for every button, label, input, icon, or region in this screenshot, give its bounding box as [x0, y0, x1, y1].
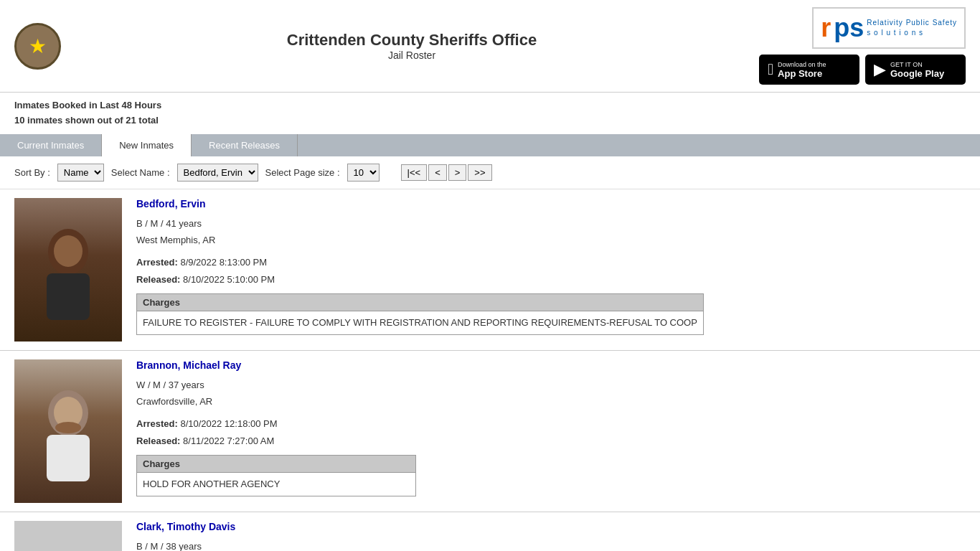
summary-line2: 10 inmates shown out of 21 total	[14, 113, 966, 128]
badge-star-icon: ★	[29, 34, 47, 58]
svg-rect-4	[47, 435, 90, 481]
table-row: Brannon, Michael Ray W / M / 37 years Cr…	[0, 351, 980, 512]
released-label-1: Released:	[136, 274, 180, 285]
inmate-info-3: B / M / 38 years West Memphis, AR	[136, 538, 966, 551]
rps-r: r	[821, 13, 831, 43]
summary-line1: Inmates Booked in Last 48 Hours	[14, 98, 966, 113]
google-play-button[interactable]: ▶ GET IT ON Google Play	[865, 55, 966, 85]
inmate-demographics-2: W / M / 37 years	[136, 380, 204, 390]
inmate-details-2: Brannon, Michael Ray W / M / 37 years Cr…	[136, 359, 966, 503]
sheriff-badge-container: ★	[14, 23, 65, 70]
sort-label: Sort By :	[14, 167, 50, 178]
page-size-select[interactable]: 10	[347, 164, 380, 182]
released-date-1: 8/10/2022 5:10:00 PM	[183, 274, 275, 285]
charges-content-2: HOLD FOR ANOTHER AGENCY	[137, 473, 415, 496]
app-store-small: Download on the	[778, 61, 826, 68]
page-header: ★ Crittenden County Sheriffs Office Jail…	[0, 0, 980, 93]
inmate-photo-3	[14, 521, 122, 551]
svg-point-6	[55, 422, 81, 433]
tab-recent-releases[interactable]: Recent Releases	[192, 134, 298, 156]
inmate-details-1: Bedford, Ervin B / M / 41 years West Mem…	[136, 198, 966, 342]
google-play-big: Google Play	[890, 68, 944, 79]
name-label: Select Name :	[111, 167, 170, 178]
inmate-info-2: W / M / 37 years Crawfordsville, AR	[136, 377, 966, 410]
app-store-button[interactable]:  Download on the App Store	[759, 55, 859, 85]
inmate-location-1: West Memphis, AR	[136, 235, 215, 245]
agency-title: Crittenden County Sheriffs Office	[65, 31, 759, 50]
google-play-icon: ▶	[874, 60, 886, 79]
table-row: Clark, Timothy Davis B / M / 38 years We…	[0, 512, 980, 551]
tab-new-inmates[interactable]: New Inmates	[102, 134, 192, 156]
tab-bar: Current Inmates New Inmates Recent Relea…	[0, 134, 980, 156]
pagination-next[interactable]: >	[448, 164, 467, 181]
inmate-name-1[interactable]: Bedford, Ervin	[136, 198, 966, 209]
arrested-label-2: Arrested:	[136, 418, 178, 429]
app-store-big: App Store	[778, 68, 826, 79]
arrested-label-1: Arrested:	[136, 257, 178, 268]
pagination-controls: |<< < > >>	[401, 164, 492, 181]
rps-logo: r ps Relativity Public Safetys o l u t i…	[812, 7, 966, 49]
inmate-photo-2	[14, 359, 122, 503]
inmates-list: Bedford, Ervin B / M / 41 years West Mem…	[0, 189, 980, 551]
inmate-demographics-3: B / M / 38 years	[136, 541, 202, 551]
released-label-2: Released:	[136, 435, 180, 446]
app-download-buttons:  Download on the App Store ▶ GET IT ON …	[759, 55, 966, 85]
charges-box-1: Charges FAILURE TO REGISTER - FAILURE TO…	[136, 293, 704, 335]
controls-bar: Sort By : Name Select Name : Bedford, Er…	[0, 156, 980, 189]
sheriff-badge: ★	[14, 23, 61, 70]
rps-tagline: Relativity Public Safetys o l u t i o n …	[867, 18, 957, 38]
inmate-dates-1: Arrested: 8/9/2022 8:13:00 PM Released: …	[136, 254, 966, 288]
inmate-info-1: B / M / 41 years West Memphis, AR	[136, 215, 966, 249]
released-date-2: 8/11/2022 7:27:00 AM	[183, 435, 274, 446]
arrested-date-2: 8/10/2022 12:18:00 PM	[180, 418, 277, 429]
name-select[interactable]: Bedford, Ervin	[177, 164, 258, 182]
tab-current-inmates[interactable]: Current Inmates	[0, 134, 102, 156]
inmate-demographics-1: B / M / 41 years	[136, 218, 202, 229]
charges-header-2: Charges	[137, 456, 415, 473]
apple-icon: 	[768, 60, 773, 79]
svg-point-2	[54, 235, 83, 267]
charges-content-1: FAILURE TO REGISTER - FAILURE TO COMPLY …	[137, 311, 703, 334]
inmate-silhouette-2	[32, 381, 104, 481]
google-play-text: GET IT ON Google Play	[890, 61, 944, 79]
app-store-text: Download on the App Store	[778, 61, 826, 79]
table-row: Bedford, Ervin B / M / 41 years West Mem…	[0, 189, 980, 351]
pagination-last[interactable]: >>	[468, 164, 491, 181]
inmate-location-2: Crawfordsville, AR	[136, 396, 212, 407]
inmate-dates-2: Arrested: 8/10/2022 12:18:00 PM Released…	[136, 415, 966, 449]
rps-ps: ps	[834, 13, 864, 43]
svg-rect-1	[47, 273, 90, 320]
inmate-photo-1	[14, 198, 122, 342]
inmate-name-3[interactable]: Clark, Timothy Davis	[136, 521, 966, 532]
arrested-date-1: 8/9/2022 8:13:00 PM	[180, 257, 267, 268]
pagination-first[interactable]: |<<	[401, 164, 428, 181]
inmate-details-3: Clark, Timothy Davis B / M / 38 years We…	[136, 521, 966, 551]
charges-header-1: Charges	[137, 294, 703, 311]
inmate-silhouette-1	[32, 220, 104, 320]
header-right-area: r ps Relativity Public Safetys o l u t i…	[759, 7, 966, 85]
charges-box-2: Charges HOLD FOR ANOTHER AGENCY	[136, 455, 416, 496]
pagination-prev[interactable]: <	[428, 164, 447, 181]
google-play-small: GET IT ON	[890, 61, 944, 68]
summary-bar: Inmates Booked in Last 48 Hours 10 inmat…	[0, 93, 980, 134]
sort-select[interactable]: Name	[57, 164, 104, 182]
page-subtitle: Jail Roster	[65, 50, 759, 61]
inmate-name-2[interactable]: Brannon, Michael Ray	[136, 359, 966, 371]
page-size-label: Select Page size :	[265, 167, 340, 178]
header-title-area: Crittenden County Sheriffs Office Jail R…	[65, 31, 759, 61]
